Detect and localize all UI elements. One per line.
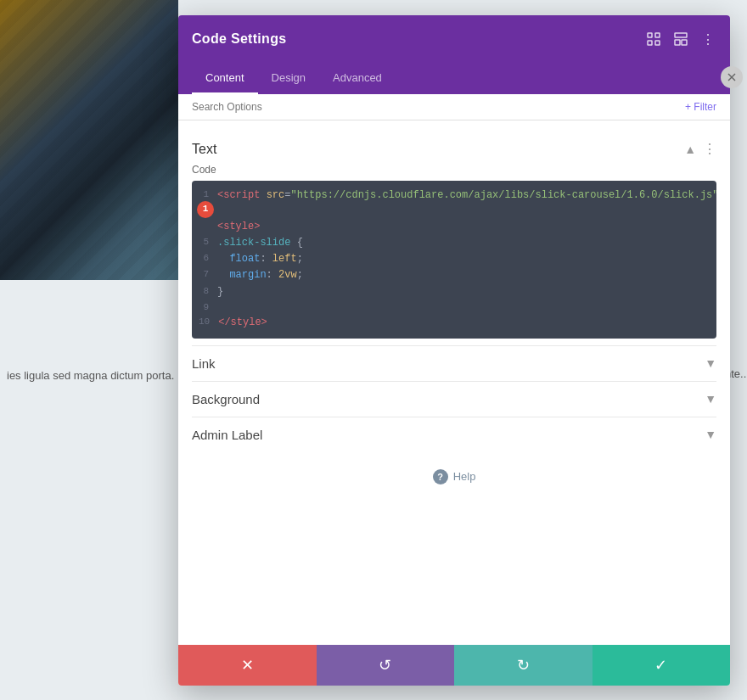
help-button[interactable]: ? Help [433,469,476,484]
link-chevron-icon: ▼ [705,356,716,370]
modal-close-edge-button[interactable] [721,66,743,88]
code-label: Code [192,164,716,176]
line-content-7: margin: 2vw; [217,267,716,283]
text-more-icon[interactable]: ⋮ [703,141,716,157]
help-section: ? Help [192,452,716,501]
save-icon: ✓ [654,656,667,675]
help-label: Help [453,470,476,483]
line-content-8: } [217,284,716,300]
background-section-title: Background [192,392,260,406]
link-section-title: Link [192,356,216,371]
header-icons: ⋮ [645,31,716,48]
line-content-1: <script src="https://cdnjs.cloudflare.co… [217,188,716,204]
line-content-3: <style> [217,219,716,235]
modal-footer: ✕ ↺ ↻ ✓ [178,645,730,686]
admin-label-section-title: Admin Label [192,428,262,442]
line-content-5: .slick-slide { [217,235,716,251]
background-image [0,0,178,280]
line-content-10: </style> [218,315,716,331]
svg-rect-4 [675,33,687,37]
search-input[interactable] [192,101,685,113]
line-num-6: 6 [192,251,217,266]
line-num-5: 5 [192,235,217,250]
text-section-header[interactable]: Text ▲ ⋮ [192,134,716,164]
modal-title: Code Settings [192,31,286,47]
svg-rect-2 [648,41,652,45]
line-num-7: 7 [192,267,217,283]
search-bar: + Filter [178,94,730,120]
background-text-left: ies ligula sed magna dictum porta. Nulla [0,363,178,389]
tab-content[interactable]: Content [192,63,258,94]
admin-label-chevron-icon: ▼ [705,428,716,441]
line-num-10: 10 [192,315,218,330]
reset-icon: ↺ [379,656,391,675]
text-section-icons: ▲ ⋮ [684,141,716,157]
more-options-icon[interactable]: ⋮ [699,31,716,48]
help-icon: ? [433,469,448,484]
fullscreen-icon[interactable] [645,31,662,48]
save-button[interactable]: ✓ [593,645,731,686]
tab-advanced[interactable]: Advanced [319,63,396,94]
code-line-3: <style> [192,219,716,235]
link-section[interactable]: Link ▼ [192,345,716,381]
svg-rect-5 [675,40,680,45]
code-line-8: 8 } [192,284,716,300]
code-editor[interactable]: 1 1 <script src="https://cdnjs.cloudflar… [192,181,716,339]
admin-label-section[interactable]: Admin Label ▼ [192,417,716,452]
code-settings-modal: Code Settings ⋮ Content D [178,15,730,686]
svg-rect-3 [655,41,660,45]
tab-design[interactable]: Design [258,63,319,94]
svg-rect-1 [655,33,660,37]
cancel-button[interactable]: ✕ [178,645,317,686]
error-indicator: 1 [197,201,214,218]
filter-label: + Filter [685,101,716,113]
cancel-icon: ✕ [241,656,254,675]
modal-tabs: Content Design Advanced [178,63,730,94]
code-line-2: 2 [192,204,716,219]
code-line-5: 5 .slick-slide { [192,235,716,251]
filter-button[interactable]: + Filter [685,101,716,113]
code-line-1: 1 <script src="https://cdnjs.cloudflare.… [192,188,716,204]
modal-body: Text ▲ ⋮ Code 1 1 <script src="https://c… [178,120,730,645]
code-line-7: 7 margin: 2vw; [192,267,716,283]
code-line-9: 9 [192,300,716,316]
layout-icon[interactable] [672,31,689,48]
code-line-10: 10 </style> [192,315,716,331]
text-collapse-icon[interactable]: ▲ [684,143,696,156]
line-num-8: 8 [192,284,217,300]
svg-rect-6 [682,40,687,45]
modal-header: Code Settings ⋮ [178,15,730,63]
redo-button[interactable]: ↻ [454,645,593,686]
redo-icon: ↻ [517,656,530,675]
background-section[interactable]: Background ▼ [192,381,716,417]
line-num-9: 9 [192,300,217,316]
line-content-6: float: left; [217,251,716,267]
svg-rect-0 [648,33,652,37]
line-num-1: 1 [192,188,217,203]
code-line-6: 6 float: left; [192,251,716,267]
text-section: Text ▲ ⋮ Code 1 1 <script src="https://c… [192,134,716,339]
background-chevron-icon: ▼ [705,392,716,406]
text-section-title: Text [192,142,216,157]
reset-button[interactable]: ↺ [317,645,455,686]
